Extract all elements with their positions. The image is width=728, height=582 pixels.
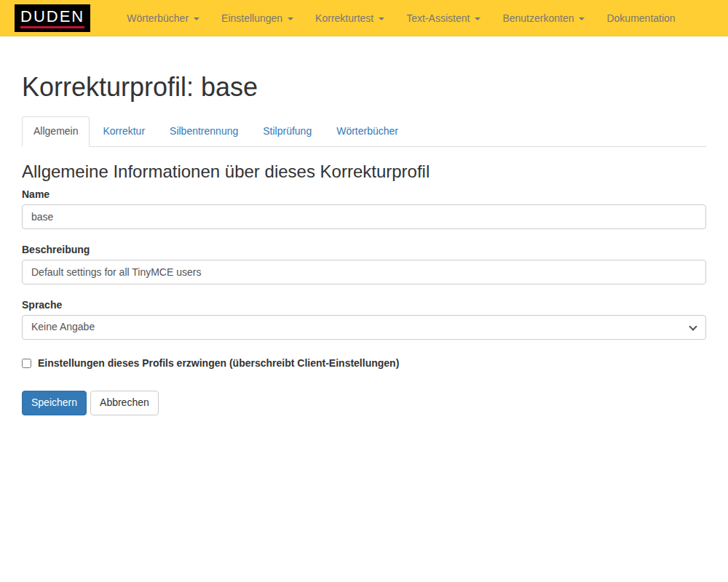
menu-item-label: Text-Assistent [406,12,470,24]
main-menu: Wörterbücher Einstellungen Korrekturtest… [116,0,686,36]
tab-allgemein[interactable]: Allgemein [22,116,90,147]
main-content: Korrekturprofil: base Allgemein Korrektu… [11,73,717,415]
tab-silbentrennung[interactable]: Silbentrennung [158,116,250,147]
duden-logo-underline [20,26,84,28]
menu-item-label: Einstellungen [221,12,282,24]
page-title: Korrekturprofil: base [22,73,706,102]
menu-item-einstellungen[interactable]: Einstellungen [210,0,304,36]
menu-item-text-assistent[interactable]: Text-Assistent [395,0,491,36]
menu-item-label: Korrekturtest [315,12,373,24]
force-profile-checkbox-row[interactable]: Einstellungen dieses Profils erzwingen (… [22,357,706,369]
caret-down-icon [379,17,384,20]
name-label: Name [22,188,50,200]
force-profile-checkbox-label: Einstellungen dieses Profils erzwingen (… [38,357,399,369]
tab-stilpruefung[interactable]: Stilprüfung [251,116,323,147]
profile-form: Name Beschreibung Sprache Keine Angabe E… [22,188,706,415]
save-button[interactable]: Speichern [22,391,87,415]
menu-item-woerterbuecher[interactable]: Wörterbücher [116,0,210,36]
menu-item-label: Benutzerkonten [502,12,574,24]
description-input[interactable] [22,260,706,284]
menu-item-label: Wörterbücher [127,12,189,24]
form-actions: Speichern Abbrechen [22,391,706,415]
menu-item-dokumentation[interactable]: Dokumentation [596,0,686,36]
description-label: Beschreibung [22,244,90,255]
caret-down-icon [475,17,480,20]
language-select[interactable]: Keine Angabe [22,315,706,340]
top-navbar: DUDEN Wörterbücher Einstellungen Korrekt… [0,0,728,36]
name-input[interactable] [22,204,706,229]
cancel-button[interactable]: Abbrechen [90,391,159,415]
caret-down-icon [194,17,199,20]
name-field-group: Name [22,188,706,229]
language-label: Sprache [22,299,62,311]
menu-item-korrekturtest[interactable]: Korrekturtest [304,0,395,36]
tab-woerterbuecher[interactable]: Wörterbücher [325,116,410,147]
language-field-group: Sprache Keine Angabe [22,299,706,340]
caret-down-icon [579,17,585,20]
section-heading: Allgemeine Informationen über dieses Kor… [22,162,706,181]
description-field-group: Beschreibung [22,244,706,284]
menu-item-benutzerkonten[interactable]: Benutzerkonten [491,0,596,36]
duden-logo-text: DUDEN [20,9,84,25]
force-profile-checkbox[interactable] [22,359,31,368]
language-select-wrap: Keine Angabe [22,315,706,340]
menu-item-label: Dokumentation [606,12,675,24]
caret-down-icon [288,17,293,20]
tab-korrektur[interactable]: Korrektur [91,116,157,147]
profile-tabs: Allgemein Korrektur Silbentrennung Stilp… [22,116,706,147]
duden-logo[interactable]: DUDEN [15,4,90,32]
